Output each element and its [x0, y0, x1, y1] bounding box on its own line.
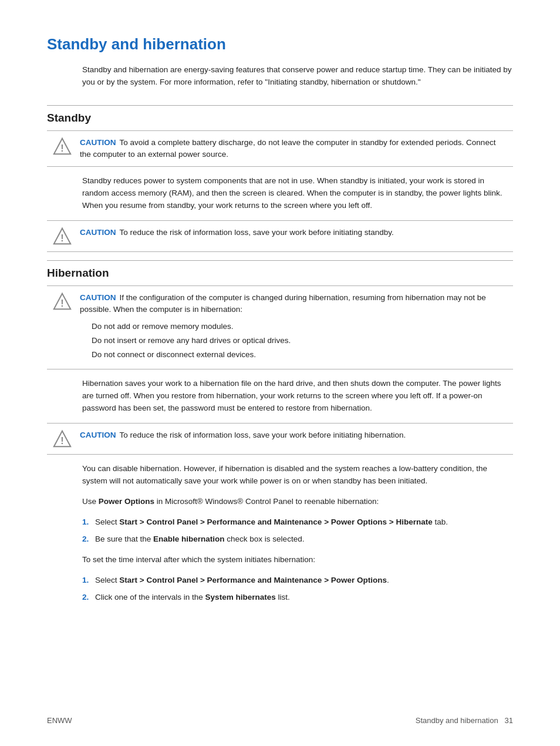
standby-caution-2-text: CAUTIONTo reduce the risk of information…	[80, 227, 394, 238]
caution-label-3: CAUTION	[80, 293, 116, 302]
hibernation-body-4: To set the time interval after which the…	[82, 554, 513, 566]
body3-prefix: Use	[82, 497, 99, 506]
step-1-2: 2. Be sure that the Enable hibernation c…	[82, 533, 513, 546]
svg-text:!: !	[60, 143, 63, 153]
step-1-content: Select Start > Control Panel > Performan…	[95, 516, 513, 529]
caution-label-4: CAUTION	[80, 431, 116, 439]
step-2-content: Be sure that the Enable hibernation chec…	[95, 533, 513, 546]
hibernation-caution-2: ! CAUTIONTo reduce the risk of informati…	[47, 423, 513, 455]
hibernation-caution-2-body: To reduce the risk of information loss, …	[120, 431, 406, 439]
step-2-2-content: Click one of the intervals in the System…	[95, 592, 513, 604]
footer-left: ENWW	[47, 716, 72, 725]
standby-body-text: Standby reduces power to system componen…	[82, 175, 513, 212]
footer-page-num: 31	[505, 716, 513, 725]
hibernation-caution-1-body: If the configuration of the computer is …	[80, 293, 486, 314]
caution-label-1: CAUTION	[80, 138, 116, 147]
hibernation-caution-2-text: CAUTIONTo reduce the risk of information…	[80, 429, 406, 441]
standby-section: Standby ! CAUTIONTo avoid a complete bat…	[47, 105, 513, 252]
caution-label-2: CAUTION	[80, 228, 116, 237]
hibernation-body-3: Use Power Options in Microsoft® Windows®…	[82, 496, 513, 508]
svg-text:!: !	[60, 298, 63, 308]
hibernation-caution-1: ! CAUTIONIf the configuration of the com…	[47, 285, 513, 369]
intro-text: Standby and hibernation are energy-savin…	[82, 64, 513, 89]
body3-bold: Power Options	[99, 497, 154, 506]
svg-text:!: !	[60, 233, 63, 243]
list-item-1: Do not add or remove memory modules.	[92, 321, 505, 332]
standby-title: Standby	[47, 105, 513, 125]
hibernation-section: Hibernation ! CAUTIONIf the configuratio…	[47, 260, 513, 603]
footer-section-label: Standby and hibernation	[416, 716, 498, 725]
body3-suffix: in Microsoft® Windows® Control Panel to …	[154, 497, 379, 506]
step-2-1-num: 1.	[82, 574, 95, 587]
hibernation-caution-list: Do not add or remove memory modules. Do …	[80, 321, 505, 361]
standby-caution-1: ! CAUTIONTo avoid a complete battery dis…	[47, 130, 513, 167]
step-2-2-num: 2.	[82, 592, 95, 604]
step-1-num: 1.	[82, 516, 95, 529]
hibernation-body-2: You can disable hibernation. However, if…	[82, 463, 513, 488]
standby-caution-2-body: To reduce the risk of information loss, …	[120, 228, 394, 237]
hibernation-title: Hibernation	[47, 260, 513, 280]
steps-list-1: 1. Select Start > Control Panel > Perfor…	[82, 516, 513, 546]
caution-triangle-icon-1: !	[53, 137, 72, 156]
standby-caution-1-text: CAUTIONTo avoid a complete battery disch…	[80, 137, 505, 161]
svg-text:!: !	[60, 436, 63, 446]
standby-caution-2: ! CAUTIONTo reduce the risk of informati…	[47, 220, 513, 252]
step-2-num: 2.	[82, 533, 95, 546]
caution-triangle-icon-4: !	[53, 429, 72, 448]
step-2-1-content: Select Start > Control Panel > Performan…	[95, 574, 513, 587]
caution-triangle-icon-2: !	[53, 227, 72, 246]
standby-caution-1-body: To avoid a complete battery discharge, d…	[80, 138, 495, 159]
footer-right: Standby and hibernation 31	[416, 716, 513, 725]
page-footer: ENWW Standby and hibernation 31	[47, 716, 513, 725]
steps-list-2: 1. Select Start > Control Panel > Perfor…	[82, 574, 513, 604]
list-item-3: Do not connect or disconnect external de…	[92, 349, 505, 361]
step-2-2: 2. Click one of the intervals in the Sys…	[82, 592, 513, 604]
caution-triangle-icon-3: !	[53, 292, 72, 311]
step-2-1: 1. Select Start > Control Panel > Perfor…	[82, 574, 513, 587]
hibernation-caution-1-text: CAUTIONIf the configuration of the compu…	[80, 292, 505, 363]
hibernation-body-1: Hibernation saves your work to a hiberna…	[82, 378, 513, 415]
list-item-2: Do not insert or remove any hard drives …	[92, 335, 505, 347]
page-title: Standby and hibernation	[47, 35, 513, 53]
step-1-1: 1. Select Start > Control Panel > Perfor…	[82, 516, 513, 529]
